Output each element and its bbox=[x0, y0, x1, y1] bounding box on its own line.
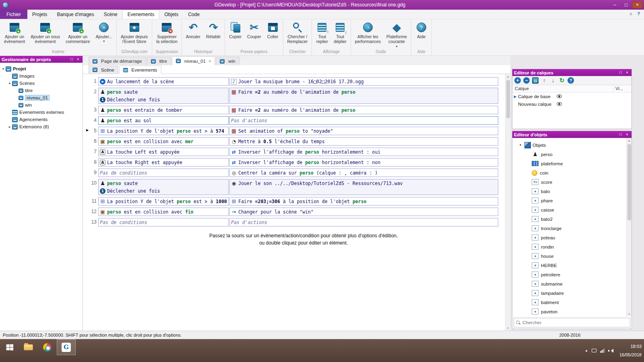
event-conditions[interactable]: ♟perso est entrain de tomber bbox=[98, 106, 229, 114]
layer-row-nouveau[interactable]: Nouveau calque bbox=[512, 100, 632, 108]
event-actions[interactable]: ⇄Inverser l'affichage de perso horizonta… bbox=[229, 158, 498, 167]
ribbon-help-icon[interactable]: ? bbox=[637, 11, 640, 16]
object-item[interactable]: petroliere bbox=[512, 270, 632, 279]
event-actions[interactable]: Pas d'actions bbox=[229, 218, 498, 226]
layer-visible-icon[interactable] bbox=[557, 95, 562, 98]
event-actions[interactable]: ⇄Inverser l'affichage de perso horizonta… bbox=[229, 148, 498, 156]
event-conditions[interactable]: ♟perso saute 1Déclencher une fois bbox=[98, 88, 229, 104]
layer-visible-icon[interactable] bbox=[557, 102, 562, 106]
object-item[interactable]: HERBE bbox=[512, 261, 632, 270]
dock-icon[interactable]: □ bbox=[618, 70, 623, 75]
objects-search-box[interactable] bbox=[514, 318, 630, 327]
start-button[interactable] bbox=[0, 339, 19, 355]
scrollbar-thumb[interactable] bbox=[627, 144, 631, 220]
taskbar-clock[interactable]: 18:03 16/05/2018 bbox=[617, 342, 642, 359]
menu-banque-images[interactable]: Banque d'images bbox=[52, 10, 99, 19]
add-comment-button[interactable]: + Ajouter un commentaire bbox=[63, 20, 93, 44]
tree-item-scenes[interactable]: ▾ Scènes bbox=[1, 80, 82, 87]
tree-item-evenements-externes[interactable]: Evenements externes bbox=[1, 109, 82, 116]
event-actions[interactable]: ◉Jouer le son ../../Desktop/TutorielZdS … bbox=[229, 179, 498, 195]
event-actions[interactable]: Pas d'actions bbox=[229, 116, 498, 125]
tree-item-extensions[interactable]: ▸ Extensions (8) bbox=[1, 123, 82, 130]
close-panel-icon[interactable]: × bbox=[75, 57, 81, 62]
scroll-down-icon[interactable]: ▾ bbox=[507, 325, 509, 331]
event-conditions[interactable]: ⊞La position Y de l'objet perso est > à … bbox=[98, 197, 229, 206]
minimize-button[interactable]: – bbox=[609, 1, 620, 8]
object-item[interactable]: poteau bbox=[512, 233, 632, 242]
close-tab-icon[interactable]: × bbox=[208, 59, 211, 64]
collapse-ribbon-icon[interactable]: ∧ bbox=[629, 11, 632, 16]
menu-fichier[interactable]: Fichier bbox=[0, 10, 27, 19]
event-row[interactable]: 3 ♟perso est entrain de tomber ▦Faire =2… bbox=[88, 106, 502, 114]
tree-item-titre[interactable]: titre bbox=[1, 87, 82, 94]
current-platform-button[interactable]: ◆ Plateforme courante ▾ bbox=[384, 20, 410, 48]
event-row[interactable]: 9 Pas de conditions ◎Centrer la caméra s… bbox=[88, 169, 502, 177]
event-conditions[interactable]: ♟perso est au sol bbox=[98, 116, 229, 125]
event-conditions[interactable]: ▣perso est en collision avec fin bbox=[98, 208, 229, 216]
objects-root[interactable]: ▾ Objets bbox=[512, 140, 632, 150]
scrollbar-thumb[interactable] bbox=[506, 80, 510, 118]
display-tray-icon[interactable] bbox=[592, 349, 597, 352]
events-scrollbar[interactable]: ▲ ▾ bbox=[505, 74, 510, 331]
event-row[interactable]: 11 ⊞La position Y de l'objet perso est >… bbox=[88, 197, 502, 206]
tree-item-niveau-01[interactable]: niveau_01 bbox=[1, 94, 82, 101]
scroll-up-icon[interactable]: ▲ bbox=[507, 74, 510, 79]
dock-icon[interactable]: □ bbox=[618, 132, 623, 137]
menu-projets[interactable]: Projets bbox=[27, 10, 52, 19]
object-item[interactable]: tronclarge bbox=[512, 224, 632, 233]
tab-scene-view[interactable]: Scène bbox=[89, 66, 118, 74]
event-conditions[interactable]: ▣perso est en collision avec mer bbox=[98, 137, 229, 146]
event-row-selected[interactable]: 4 ♟perso est au sol Pas d'actions bbox=[88, 116, 502, 125]
event-actions[interactable]: ◔Mettre à 0.5 l'échelle du temps bbox=[229, 137, 498, 146]
event-row[interactable]: 12 ▣perso est en collision avec fin →Cha… bbox=[88, 208, 502, 216]
event-row[interactable]: ▶ 5 ⊞La position Y de l'objet perso est … bbox=[88, 127, 502, 135]
event-actions[interactable]: ⊞Faire =203;=306 à la position de l'obje… bbox=[229, 197, 498, 206]
add-sub-event-button[interactable]: + Ajouter un sous évènement bbox=[28, 20, 63, 44]
tree-item-projet[interactable]: ▾ Projet bbox=[1, 65, 82, 72]
menu-evenements[interactable]: Evenements bbox=[122, 10, 160, 19]
maximize-button[interactable]: □ bbox=[621, 1, 632, 8]
add-more-button[interactable]: + Ajouter... ▾ bbox=[93, 20, 115, 43]
object-item[interactable]: submarine bbox=[512, 279, 632, 288]
copy-button[interactable]: Copier bbox=[226, 20, 244, 39]
object-item[interactable]: Txscore bbox=[512, 177, 632, 187]
event-row[interactable]: 13 Pas de conditions Pas d'actions bbox=[88, 218, 502, 226]
menu-objets[interactable]: Objets bbox=[159, 10, 183, 19]
event-actions[interactable]: ▦Faire =2 au numéro de l'animation de pe… bbox=[229, 106, 498, 114]
object-item[interactable]: bato bbox=[512, 187, 632, 196]
tab-niveau-01[interactable]: niveau_01 × bbox=[172, 56, 215, 65]
close-panel-icon[interactable]: × bbox=[624, 70, 630, 75]
move-layer-up-icon[interactable]: ↑ bbox=[541, 77, 547, 84]
chrome-button[interactable] bbox=[38, 339, 57, 355]
tab-titre[interactable]: titre bbox=[147, 57, 171, 65]
event-actions[interactable]: ▦Set animation of perso to "noyade" bbox=[229, 127, 498, 135]
objects-scrollbar[interactable]: ▲ ▾ bbox=[626, 138, 632, 317]
scroll-down-icon[interactable]: ▾ bbox=[628, 311, 630, 317]
help-button[interactable]: ? Aide bbox=[413, 20, 430, 39]
event-store-button[interactable]: ★ Ajouter depuis l'Event Store bbox=[118, 20, 151, 44]
refresh-layers-icon[interactable]: ↻ bbox=[559, 77, 565, 84]
collapse-all-button[interactable]: ↑ Tout replier bbox=[313, 20, 331, 44]
event-row[interactable]: 2 ♟perso saute 1Déclencher une fois ▦Fai… bbox=[88, 88, 502, 104]
dock-icon[interactable]: □ bbox=[69, 57, 74, 62]
tray-expand-icon[interactable]: ▲ bbox=[585, 349, 588, 352]
edit-layer-icon[interactable]: ▤ bbox=[532, 77, 539, 84]
undo-button[interactable]: ↶ Annuler bbox=[183, 20, 203, 39]
add-layer-icon[interactable]: + bbox=[514, 77, 521, 84]
event-row[interactable]: 6 ▣perso est en collision avec mer ◔Mett… bbox=[88, 137, 502, 146]
menu-code[interactable]: Code bbox=[183, 10, 204, 19]
object-item[interactable]: bato2 bbox=[512, 214, 632, 224]
event-row[interactable]: 8 ALa touche Right est appuyée ⇄Inverser… bbox=[88, 158, 502, 167]
file-explorer-button[interactable] bbox=[19, 339, 38, 355]
gdevelop-taskbar-button[interactable]: G bbox=[57, 339, 76, 355]
event-row[interactable]: 7 ALa touche Left est appuyée ⇄Inverser … bbox=[88, 148, 502, 156]
object-item[interactable]: lampadaire bbox=[512, 288, 632, 298]
cut-button[interactable]: ✂ Couper bbox=[244, 20, 264, 39]
tree-item-win[interactable]: win bbox=[1, 101, 82, 109]
add-event-button[interactable]: + Ajouter un évènement bbox=[1, 20, 28, 44]
event-actions[interactable]: →Changer pour la scène "win" bbox=[229, 208, 498, 216]
delete-selection-button[interactable]: × Supprimer la sélection bbox=[153, 20, 180, 44]
expand-all-button[interactable]: ↓ Tout déplier bbox=[331, 20, 349, 44]
tab-page-de-demarrage[interactable]: Page de démarrage bbox=[89, 57, 146, 65]
paste-button[interactable]: Coller bbox=[264, 20, 282, 39]
